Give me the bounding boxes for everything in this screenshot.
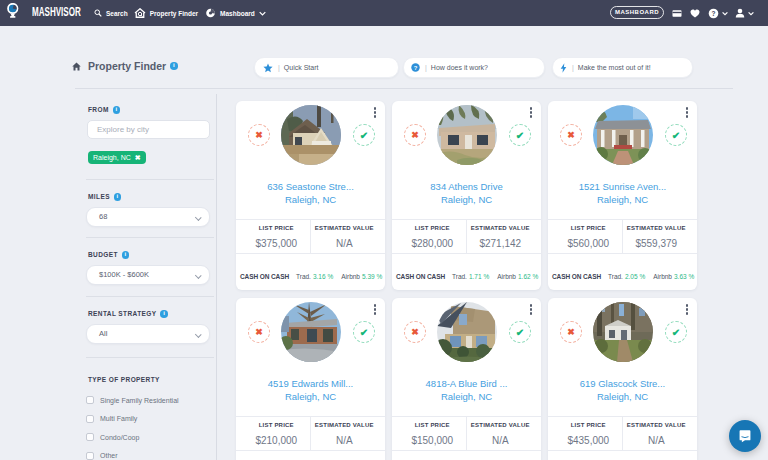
svg-text:?: ? (712, 9, 716, 16)
svg-text:?: ? (414, 65, 418, 71)
